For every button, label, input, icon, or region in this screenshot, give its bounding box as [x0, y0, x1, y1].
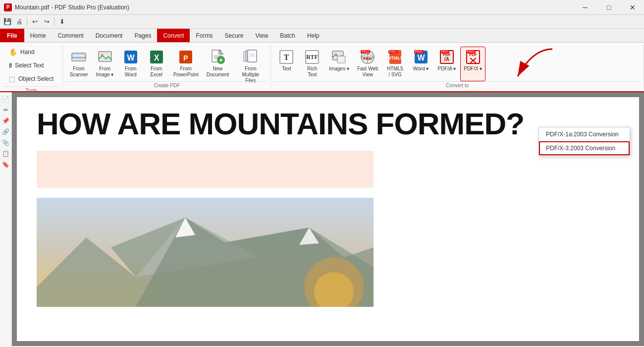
- convert-images-button[interactable]: Images ▾: [325, 47, 353, 81]
- left-icon-attach[interactable]: 📎: [1, 138, 11, 148]
- new-doc-icon: +: [210, 49, 226, 65]
- scanner-icon: [71, 49, 87, 65]
- from-powerpoint-button[interactable]: P FromPowerPoint: [170, 47, 202, 81]
- pdfa-button[interactable]: PRO PDF /A PDF/A ▾: [434, 47, 460, 81]
- menu-view[interactable]: View: [250, 29, 274, 42]
- svg-text:RTF: RTF: [307, 54, 319, 60]
- svg-rect-4: [99, 52, 111, 61]
- pdfa-label: PDF/A ▾: [438, 66, 456, 72]
- svg-text:X: X: [154, 54, 159, 62]
- hand-icon: ✋: [9, 48, 17, 56]
- html5-label: HTML5/ SVG: [387, 66, 403, 78]
- from-excel-button[interactable]: X FromExcel: [144, 47, 169, 81]
- qa-print-button[interactable]: 🖨: [14, 16, 25, 27]
- qa-save-button[interactable]: 💾: [2, 16, 13, 27]
- svg-rect-3: [72, 57, 86, 58]
- window-title: Mountain.pdf - PDF Studio Pro (Evaluatio…: [15, 4, 640, 11]
- pdfx-3-item[interactable]: PDF/X-3:2003 Conversion: [539, 141, 630, 155]
- image-icon: [97, 49, 113, 65]
- menu-forms[interactable]: Forms: [190, 29, 218, 42]
- create-pdf-section-label: Create PDF: [66, 81, 268, 89]
- create-pdf-items: FromScanner FromImage ▾: [66, 45, 268, 81]
- pro-badge-pdfx: PRO: [466, 50, 476, 54]
- pdf-pink-section: [37, 151, 374, 188]
- left-icon-bookmark[interactable]: 🔖: [1, 160, 11, 170]
- menu-bar: File Home Comment Document Pages Convert…: [0, 29, 644, 43]
- select-text-label: Select Text: [15, 62, 44, 69]
- svg-rect-28: [337, 56, 345, 63]
- pdfx-button[interactable]: PRO PDF PDF/X ▾: [460, 47, 485, 81]
- ribbon-section-create-pdf: FromScanner FromImage ▾: [63, 45, 271, 89]
- ribbon-wrapper: ✋ Hand Ꞵ Select Text ⬚ Object Select Too…: [0, 43, 644, 92]
- from-multiple-files-button[interactable]: From MultipleFiles: [233, 47, 268, 81]
- object-select-button[interactable]: ⬚ Object Select: [5, 72, 57, 85]
- from-image-button[interactable]: FromImage ▾: [93, 47, 117, 81]
- app-logo: P: [4, 3, 12, 11]
- qa-redo-button[interactable]: ↪: [41, 16, 52, 27]
- ribbon-section-tools: ✋ Hand Ꞵ Select Text ⬚ Object Select Too…: [0, 45, 63, 89]
- left-icon-pin[interactable]: 📌: [1, 116, 11, 126]
- svg-text:HTML5: HTML5: [388, 56, 403, 60]
- pro-badge-html5: PRO: [388, 50, 398, 54]
- from-word-label: FromWord: [125, 66, 137, 78]
- rich-text-label: RichText: [307, 66, 317, 78]
- images-convert-icon: [331, 49, 347, 65]
- convert-word-button[interactable]: PRO W Word ▾: [409, 47, 433, 81]
- menu-comment[interactable]: Comment: [52, 29, 90, 42]
- from-word-button[interactable]: W FromWord: [118, 47, 143, 81]
- left-icon-page[interactable]: 📄: [1, 94, 11, 104]
- html5-svg-button[interactable]: PRO HTML5 HTML5/ SVG: [383, 47, 408, 81]
- menu-home[interactable]: Home: [24, 29, 52, 42]
- menu-help[interactable]: Help: [301, 29, 325, 42]
- menu-convert[interactable]: Convert: [157, 29, 190, 42]
- object-select-label: Object Select: [18, 75, 54, 82]
- fast-web-view-button[interactable]: PRO PRO Fast WebView: [354, 47, 382, 81]
- qa-undo-button[interactable]: ↩: [29, 16, 40, 27]
- from-image-label: FromImage ▾: [96, 66, 114, 78]
- qa-separator-2: [54, 18, 54, 26]
- hand-tool-button[interactable]: ✋ Hand: [5, 46, 39, 58]
- word-icon: W: [123, 49, 139, 65]
- pdfx-label: PDF/X ▾: [464, 66, 482, 72]
- left-icon-link[interactable]: 🔗: [1, 127, 11, 137]
- html5-icon: PRO HTML5: [387, 49, 403, 65]
- rich-text-icon: RTF: [304, 49, 320, 65]
- pro-badge-pdfa: PRO: [440, 50, 449, 54]
- new-document-label: NewDocument: [207, 66, 229, 78]
- window-controls: ─ □ ✕: [574, 0, 644, 15]
- fast-web-view-icon: PRO PRO: [360, 49, 376, 65]
- tools-section-label: Tools: [3, 86, 59, 94]
- menu-file[interactable]: File: [0, 29, 24, 42]
- pdf-mountain-image: [37, 198, 374, 307]
- svg-text:/A: /A: [444, 57, 449, 62]
- menu-secure[interactable]: Secure: [218, 29, 249, 42]
- qa-download-button[interactable]: ⬇: [56, 16, 67, 27]
- object-select-icon: ⬚: [9, 75, 15, 83]
- ribbon-section-convert-to: T Text RTF RichText: [271, 45, 644, 89]
- multiple-files-icon: [243, 49, 259, 65]
- from-scanner-button[interactable]: FromScanner: [66, 47, 91, 81]
- word-convert-label: Word ▾: [413, 66, 429, 72]
- menu-batch[interactable]: Batch: [274, 29, 301, 42]
- svg-text:W: W: [417, 54, 425, 62]
- ppt-icon: P: [178, 49, 194, 65]
- convert-text-label: Text: [282, 66, 291, 72]
- word-convert-icon: PRO W: [413, 49, 429, 65]
- pdfx-1a-item[interactable]: PDF/X-1a:2003 Conversion: [539, 127, 630, 141]
- menu-document[interactable]: Document: [90, 29, 129, 42]
- pdf-document-title: HOW ARE MOUNTAINS FORMED?: [37, 107, 619, 141]
- from-scanner-label: FromScanner: [69, 66, 88, 78]
- convert-rich-text-button[interactable]: RTF RichText: [300, 47, 324, 81]
- left-icon-edit[interactable]: ✏: [1, 105, 11, 115]
- left-icon-clipboard[interactable]: 📋: [1, 149, 11, 159]
- select-text-button[interactable]: Ꞵ Select Text: [5, 59, 48, 71]
- menu-pages[interactable]: Pages: [128, 29, 157, 42]
- pro-badge: PRO: [361, 50, 370, 54]
- minimize-button[interactable]: ─: [574, 0, 596, 15]
- close-button[interactable]: ✕: [621, 0, 644, 15]
- convert-text-button[interactable]: T Text: [274, 47, 299, 81]
- hand-label: Hand: [20, 49, 35, 56]
- title-bar: P Mountain.pdf - PDF Studio Pro (Evaluat…: [0, 0, 644, 15]
- new-document-button[interactable]: + NewDocument: [203, 47, 233, 81]
- maximize-button[interactable]: □: [597, 0, 620, 15]
